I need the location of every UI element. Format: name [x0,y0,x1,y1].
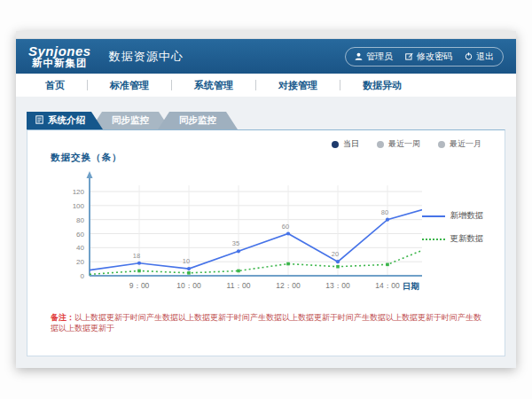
svg-text:日期（小时）: 日期（小时） [403,281,422,292]
svg-text:10: 10 [183,257,190,265]
logout-button[interactable]: 退出 [465,51,494,63]
tab-system-intro[interactable]: 系统介绍 [27,112,103,129]
nav-item-home[interactable]: 首页 [23,79,87,92]
user-label: 管理员 [366,51,393,63]
svg-text:120: 120 [73,188,85,196]
chart-legend: 新增数据更新数据 [422,164,489,299]
account-controls: 管理员 修改密码 退出 [345,47,504,66]
svg-text:10：00: 10：00 [176,281,201,290]
svg-text:12：00: 12：00 [276,281,301,290]
line-chart: 0204060801001209：0010：0011：0012：0013：001… [51,164,422,299]
user-menu-button[interactable]: 管理员 [355,51,393,63]
content-area: 系统介绍 同步监控 同步监控 当日 最近一周 [16,97,516,368]
svg-text:9：00: 9：00 [129,281,150,290]
dotted-line-swatch [422,239,445,240]
chart-panel: 当日 最近一周 最近一月 数据交换（条） 0204060801001209：00… [27,129,505,356]
change-password-label: 修改密码 [417,51,452,63]
nav-item-data-change[interactable]: 数据异动 [340,79,424,92]
user-icon [355,52,363,60]
radio-label: 最近一周 [388,138,420,150]
time-range-filters: 当日 最近一周 最近一月 [332,138,481,150]
svg-text:20: 20 [332,250,339,258]
svg-text:20: 20 [76,258,84,266]
power-icon [465,52,473,60]
svg-text:0: 0 [81,272,85,280]
radio-today[interactable]: 当日 [332,138,359,150]
svg-text:80: 80 [381,208,388,216]
app-window: Synjones 新中新集团 数据资源中心 管理员 修改密码 [16,31,516,368]
footnote-text: 以上数据更新于时间产生数据以上数据更新于时间产生数据以上数据更新于时间产生数据以… [51,313,481,332]
tab-label: 同步监控 [179,114,216,127]
document-icon [35,115,43,126]
nav-item-interface-mgmt[interactable]: 对接管理 [256,79,340,92]
legend-item: 新增数据 [422,210,489,222]
radio-label: 最近一月 [450,138,481,150]
svg-text:13：00: 13：00 [325,281,350,290]
nav-item-system-mgmt[interactable]: 系统管理 [172,79,255,92]
radio-dot-icon [438,141,445,148]
edit-icon [405,52,413,60]
legend-label: 新增数据 [450,210,484,222]
svg-text:100: 100 [73,202,85,210]
chart-row: 0204060801001209：0010：0011：0012：0013：001… [51,164,489,299]
svg-text:80: 80 [76,216,84,224]
footnote: 备注：以上数据更新于时间产生数据以上数据更新于时间产生数据以上数据更新于时间产生… [51,313,489,333]
svg-text:14：00: 14：00 [375,281,400,290]
company-logo: Synjones 新中新集团 [28,44,91,69]
change-password-button[interactable]: 修改密码 [405,51,452,63]
legend-label: 更新数据 [450,233,484,245]
logo-text-en: Synjones [28,44,91,59]
logout-label: 退出 [476,51,494,63]
svg-text:60: 60 [282,223,289,231]
window-chrome-strip [16,31,516,39]
radio-last-week[interactable]: 最近一周 [377,138,420,150]
logo-text-cn: 新中新集团 [28,58,91,68]
radio-label: 当日 [343,138,359,150]
solid-line-swatch [422,215,445,217]
tab-label: 同步监控 [112,114,149,127]
radio-dot-icon [377,141,384,148]
nav-item-standard-mgmt[interactable]: 标准管理 [88,79,171,92]
svg-text:60: 60 [76,231,84,239]
tab-label: 系统介绍 [48,114,85,127]
page-title: 数据资源中心 [109,49,184,65]
svg-text:18: 18 [133,252,140,260]
main-nav: 首页 标准管理 系统管理 对接管理 数据异动 [16,74,516,97]
radio-dot-icon [332,141,339,148]
tab-sync-monitor-1[interactable]: 同步监控 [90,112,170,129]
tab-bar: 系统介绍 同步监控 同步监控 [27,112,516,129]
svg-text:11：00: 11：00 [227,281,251,290]
page-background: Synjones 新中新集团 数据资源中心 管理员 修改密码 [0,0,532,399]
app-header: Synjones 新中新集团 数据资源中心 管理员 修改密码 [16,39,516,74]
chart-y-axis-title: 数据交换（条） [51,152,489,164]
svg-text:40: 40 [76,244,84,252]
legend-item: 更新数据 [422,233,489,245]
footnote-prefix: 备注： [51,313,74,322]
tab-sync-monitor-2[interactable]: 同步监控 [158,112,238,129]
svg-text:35: 35 [232,239,239,247]
radio-last-month[interactable]: 最近一月 [438,138,481,150]
